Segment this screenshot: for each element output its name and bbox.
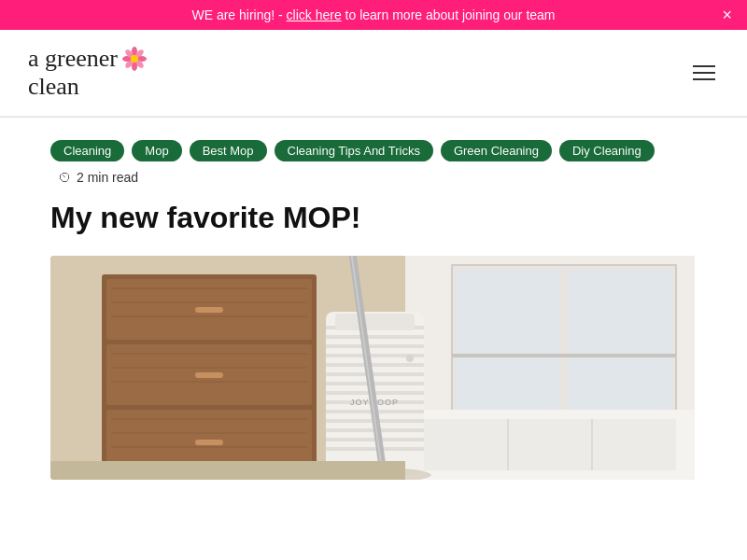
svg-rect-42 [326, 382, 424, 385]
tag-best-mop[interactable]: Best Mop [190, 140, 267, 161]
hamburger-line-2 [693, 72, 715, 74]
banner-link[interactable]: click here [287, 7, 342, 22]
banner-text-before: WE are hiring! - [191, 7, 286, 22]
hamburger-menu-button[interactable] [689, 62, 719, 84]
hamburger-line-1 [693, 65, 715, 67]
svg-rect-34 [195, 440, 223, 445]
article-title: My new favorite MOP! [50, 200, 697, 235]
svg-rect-50 [335, 314, 415, 330]
tag-cleaning-tips[interactable]: Cleaning Tips And Tricks [275, 140, 433, 161]
tag-green-cleaning[interactable]: Green Cleaning [441, 140, 552, 161]
read-time: ⏲ 2 min read [58, 169, 138, 185]
logo-line1: a greener [28, 45, 148, 73]
banner-text-after: to learn more about joining our team [342, 7, 556, 22]
svg-rect-14 [452, 354, 676, 357]
logo-text-greener: a greener [28, 45, 118, 73]
svg-rect-40 [326, 363, 424, 367]
site-logo[interactable]: a greener [28, 45, 148, 101]
svg-rect-41 [326, 372, 424, 376]
svg-rect-37 [326, 335, 424, 339]
tag-diy-cleaning[interactable]: Diy Cleaning [559, 140, 655, 161]
article-main: Cleaning Mop Best Mop Cleaning Tips And … [0, 118, 747, 498]
svg-rect-16 [415, 419, 676, 470]
svg-rect-38 [326, 344, 424, 348]
site-header: a greener [0, 30, 747, 117]
article-hero-image: JOYMOOP [50, 256, 695, 480]
read-time-value: 2 min read [77, 170, 138, 185]
logo-flower-icon [121, 46, 148, 72]
svg-point-51 [406, 355, 414, 362]
clock-icon: ⏲ [58, 169, 72, 185]
svg-rect-32 [195, 307, 223, 313]
tag-cleaning[interactable]: Cleaning [50, 140, 124, 161]
logo-text-clean: clean [28, 73, 79, 101]
hamburger-line-3 [693, 78, 715, 80]
svg-rect-49 [326, 447, 424, 451]
svg-rect-56 [50, 461, 405, 480]
banner-close-button[interactable]: × [722, 7, 732, 23]
article-image-svg: JOYMOOP [50, 256, 695, 480]
tag-list: Cleaning Mop Best Mop Cleaning Tips And … [50, 140, 697, 185]
announcement-banner: WE are hiring! - click here to learn mor… [0, 0, 747, 30]
svg-rect-33 [195, 372, 223, 378]
svg-point-8 [131, 55, 138, 63]
tag-mop[interactable]: Mop [132, 140, 181, 161]
